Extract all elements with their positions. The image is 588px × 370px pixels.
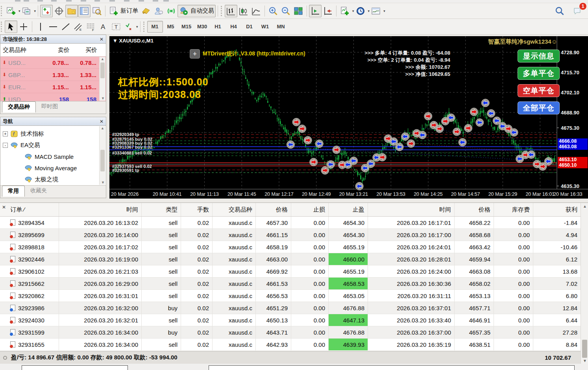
order-row[interactable]: 329208622026.03.20 16:31:01sell0.02xauus… xyxy=(0,290,588,302)
column-bid[interactable]: 卖价 xyxy=(44,46,72,54)
chart-canvas[interactable]: 4728.904715.704702.104688.904675.304635.… xyxy=(109,36,588,199)
ea-button-0[interactable]: 显示信息 xyxy=(518,50,560,63)
ea-button-1[interactable]: 多单平仓 xyxy=(518,67,560,80)
scroll-up-icon[interactable]: ▲ xyxy=(583,204,587,208)
equidistant-channel-tool[interactable]: E xyxy=(72,20,85,33)
tree-expander-icon[interactable]: + xyxy=(3,131,8,136)
orders-column-10[interactable]: 库存费 xyxy=(494,203,533,216)
market-watch-row[interactable]: ⬇USD...0.78...0.78... xyxy=(0,57,106,69)
notifications-icon[interactable]: 1 xyxy=(571,5,584,17)
zoom-in-button[interactable] xyxy=(267,5,279,17)
chart-window[interactable]: 4728.904715.704702.104688.904675.304635.… xyxy=(109,36,588,199)
navigator-toggle[interactable] xyxy=(65,5,78,17)
text-tool[interactable]: A xyxy=(97,20,110,33)
ea-button-2[interactable]: 空单平仓 xyxy=(518,84,560,97)
orders-scrollbar[interactable]: ▲ ▼ xyxy=(581,203,588,364)
chart-profiles-button[interactable] xyxy=(20,5,33,17)
arrows-dropdown[interactable]: ▾ xyxy=(136,25,138,29)
order-row[interactable]: 328988182026.03.20 16:17:02sell0.02xauus… xyxy=(0,241,588,253)
timeframe-h4[interactable]: H4 xyxy=(226,21,242,33)
market-watch-row[interactable]: ⬆USD...158158 xyxy=(0,93,106,101)
orders-column-4[interactable]: 交易品种 xyxy=(213,203,256,216)
orders-column-11[interactable]: 获利 xyxy=(533,203,581,216)
new-chart-dropdown[interactable]: ▾ xyxy=(18,9,20,13)
tab-favorites[interactable]: 收藏夹 xyxy=(25,186,52,197)
tab-symbols[interactable]: 交易品种 xyxy=(2,101,36,112)
navigator-titlebar[interactable]: 导航 ✕ xyxy=(0,117,106,126)
order-row[interactable]: 329316552026.03.20 16:34:00sell0.02xauus… xyxy=(0,339,588,351)
order-row[interactable]: 329315992026.03.20 16:34:00buy0.02xauusd… xyxy=(0,326,588,339)
timeframe-d1[interactable]: D1 xyxy=(242,21,257,33)
order-row[interactable]: 329024462026.03.20 16:19:00sell0.02xauus… xyxy=(0,253,588,265)
signals-button[interactable] xyxy=(165,5,178,17)
orders-column-9[interactable]: 价格 xyxy=(455,203,494,216)
tile-windows-button[interactable] xyxy=(292,5,305,17)
market-watch-titlebar[interactable]: 市场报价: 16:38:28 ✕ xyxy=(0,35,106,44)
navigator-item-太极之境[interactable]: 太极之境 xyxy=(0,174,106,185)
market-watch-toggle[interactable] xyxy=(40,5,53,17)
vertical-line-tool[interactable] xyxy=(34,20,47,33)
new-chart-button[interactable] xyxy=(5,5,17,17)
toolbar-grip[interactable] xyxy=(1,22,4,32)
column-symbol[interactable]: 交易品种 xyxy=(0,46,44,54)
text-label-tool[interactable]: T xyxy=(110,20,122,33)
community-button[interactable] xyxy=(152,5,165,17)
timeframe-h1[interactable]: H1 xyxy=(210,21,226,33)
orders-column-7[interactable]: 止盈 xyxy=(329,203,368,216)
navigator-item-技术指标[interactable]: +f技术指标 xyxy=(0,128,106,140)
order-row[interactable]: 329061022026.03.20 16:21:03sell0.02xauus… xyxy=(0,265,588,278)
horizontal-line-tool[interactable] xyxy=(47,20,59,33)
chart-profiles-dropdown[interactable]: ▾ xyxy=(34,9,36,13)
navigator-item-moving-average[interactable]: Moving Average xyxy=(0,162,106,174)
order-row[interactable]: 329240302026.03.20 16:32:01sell0.02xauus… xyxy=(0,314,588,326)
scroll-down-icon[interactable]: ▼ xyxy=(583,359,587,363)
templates-dropdown[interactable]: ▾ xyxy=(383,9,385,13)
ea-button-3[interactable]: 全部平仓 xyxy=(518,101,560,114)
tab-common[interactable]: 常用 xyxy=(2,186,25,197)
data-window-button[interactable] xyxy=(53,5,65,17)
timeframe-w1[interactable]: W1 xyxy=(257,21,273,33)
auto-scroll-button[interactable] xyxy=(309,5,322,17)
timeframe-mn[interactable]: MN xyxy=(273,21,289,33)
navigator-scrollbar[interactable]: ▲▼ xyxy=(99,126,105,185)
orders-column-1[interactable]: 时间 xyxy=(59,203,142,216)
indicators-dropdown[interactable]: ▾ xyxy=(352,9,354,13)
market-watch-row[interactable]: ⬇GBP...1.33...1.33... xyxy=(0,69,106,81)
bar-chart-button[interactable] xyxy=(225,5,237,17)
chart-plus-button[interactable]: + xyxy=(190,49,200,59)
close-icon[interactable]: ✕ xyxy=(100,119,104,124)
close-icon[interactable]: ✕ xyxy=(2,204,6,210)
tree-expander-icon[interactable]: - xyxy=(3,143,8,148)
fibonacci-tool[interactable]: F xyxy=(85,20,97,33)
arrows-tool[interactable] xyxy=(122,20,135,33)
orders-column-0[interactable]: 订单 ∕ xyxy=(0,203,59,216)
autotrading-button[interactable]: 自动交易 xyxy=(178,5,216,17)
timeframe-m5[interactable]: M5 xyxy=(163,21,179,33)
navigator-item-ea交易[interactable]: -EA交易 xyxy=(0,140,106,151)
trendline-tool[interactable] xyxy=(59,20,72,33)
indicators-button[interactable] xyxy=(338,5,351,17)
close-icon[interactable]: ✕ xyxy=(100,37,104,42)
orders-column-6[interactable]: 止损 xyxy=(291,203,329,216)
templates-button[interactable] xyxy=(370,5,382,17)
candlestick-chart-button[interactable] xyxy=(237,5,250,17)
timeframe-m15[interactable]: M15 xyxy=(179,21,194,33)
order-row[interactable]: 328956992026.03.20 16:14:00sell0.02xauus… xyxy=(0,229,588,241)
orders-column-8[interactable]: 时间 xyxy=(368,203,455,216)
timeframe-m30[interactable]: M30 xyxy=(194,21,210,33)
timeframe-m1[interactable]: M1 xyxy=(147,21,163,33)
cursor-tool[interactable] xyxy=(5,20,17,33)
navigator-item-macd-sample[interactable]: MACD Sample xyxy=(0,151,106,162)
strategy-tester-button[interactable] xyxy=(91,5,103,17)
toolbar-grip[interactable] xyxy=(221,6,224,16)
zoom-out-button[interactable] xyxy=(279,5,292,17)
toolbar-grip[interactable] xyxy=(143,22,146,32)
scroll-thumb[interactable] xyxy=(582,340,587,358)
periods-button[interactable] xyxy=(354,5,367,17)
line-chart-button[interactable] xyxy=(250,5,263,17)
orders-column-3[interactable]: 手数 xyxy=(181,203,213,216)
order-row[interactable]: 329239862026.03.20 16:32:00buy0.02xauusd… xyxy=(0,302,588,314)
market-watch-row[interactable]: ⬇EUR...1.15...1.15... xyxy=(0,81,106,93)
market-watch-scrollbar[interactable]: ▲▼ xyxy=(99,57,105,101)
order-row[interactable]: 329156622026.03.20 16:29:00sell0.02xauus… xyxy=(0,278,588,290)
